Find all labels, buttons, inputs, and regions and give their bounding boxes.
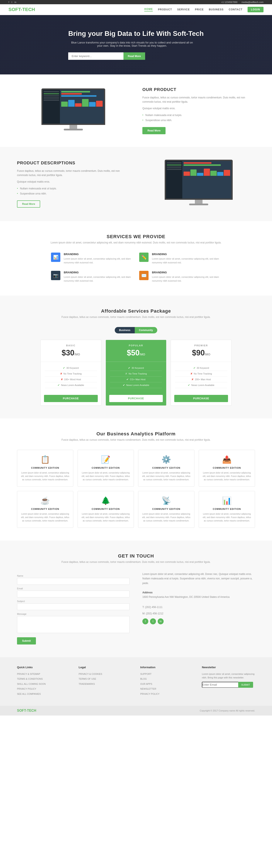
pricing-card-premier: PREMIER $90/MO ✔30 Keyword ✘No Time Trac… <box>171 340 232 406</box>
pricing-button-popular[interactable]: PURCHASE <box>109 395 163 402</box>
nav-business[interactable]: BUSINESS <box>209 8 223 11</box>
analytics-card-4: ☕ COMMUNITY EDITION Lorem ipsum dolor si… <box>17 491 73 528</box>
footer-legal-link-1[interactable]: TERMS OF USE <box>79 677 132 681</box>
footer-link-privacy-sitemap[interactable]: PRIVACY & SITEMAP <box>17 672 70 676</box>
price-value-popular: $50 <box>127 348 140 357</box>
newsletter-email-input[interactable] <box>202 682 238 688</box>
footer-info-link-0[interactable]: SUPPORT <box>140 672 193 676</box>
pricing-name-premier: PREMIER <box>175 344 227 347</box>
message-label: Message <box>17 613 130 615</box>
topbar-contact: +1 1234567890 media@softtech.com <box>221 1 264 3</box>
product-desc1: Fusce dapibus, tellus ac cursus commodo,… <box>142 95 255 104</box>
facebook-icon[interactable]: f <box>8 1 9 3</box>
linkedin-icon[interactable]: in <box>15 1 16 3</box>
analytics-icon-2: ⚙️ <box>142 455 191 464</box>
pricing-button-premier[interactable]: PURCHASE <box>174 395 228 402</box>
footer-legal: Legal PRIVACY & COOKIES TERMS OF USE TRA… <box>79 666 132 697</box>
analytics-icon-6: 📡 <box>142 496 191 505</box>
contact-phone2: M: (202) 456-1212 <box>142 611 255 616</box>
toggle-business[interactable]: Business <box>115 327 135 333</box>
footer-newsletter: Newsletter Lorem ipsum dolor sit amet, c… <box>202 666 255 697</box>
analytics-card-desc-4: Lorem ipsum dolor sit amet, consectetur … <box>21 513 70 523</box>
footer-quick-links-title: Quick Links <box>17 666 70 669</box>
services-section: SERVICES WE PROVIDE Lorem ipsum dolor si… <box>0 221 272 296</box>
analytics-card-2: ⚙️ COMMUNITY EDITION Lorem ipsum dolor s… <box>138 450 194 487</box>
product-title: OUR PRODUCT <box>142 87 255 92</box>
name-input[interactable] <box>17 578 130 585</box>
analytics-card-1: 📝 COMMUNITY EDITION Lorem ipsum dolor si… <box>78 450 134 487</box>
subject-input[interactable] <box>17 603 130 610</box>
message-textarea[interactable] <box>17 616 130 633</box>
service-desc-2: Lorem ipsum dolor sit amet, consectetur … <box>152 257 221 265</box>
nav-product[interactable]: PRODUCT <box>158 8 172 11</box>
name-label: Name <box>17 575 130 577</box>
service-text-2: BRANDING Lorem ipsum dolor sit amet, con… <box>152 253 221 265</box>
topbar-social[interactable]: f t in <box>8 1 18 3</box>
footer-copyright: Copyright © 2017 Company name All rights… <box>200 709 255 712</box>
pricing-features-popular: ✔30 Keyword ✘No Time Tracking ✔CG+ Man H… <box>106 362 166 392</box>
footer-legal-link-2[interactable]: TRADEMARKS <box>79 682 132 686</box>
pricing-features-premier: ✔30 Keyword ✘No Time Tracking ✘200+ Man … <box>171 362 232 392</box>
email-input[interactable] <box>17 591 130 597</box>
product-desc2: Quisque volutpat mattis eros. <box>142 106 255 111</box>
analytics-card-title-1: COMMUNITY EDITION <box>81 467 130 469</box>
feature-popular-1: ✘No Time Tracking <box>110 371 162 377</box>
footer-newsletter-desc: Lorem ipsum dolor sit amet, consectetur … <box>202 672 255 680</box>
analytics-card-7: 📊 COMMUNITY EDITION Lorem ipsum dolor si… <box>199 491 255 528</box>
footer-link-terms[interactable]: TERMS & CONDITIONS <box>17 677 70 681</box>
subject-label: Subject <box>17 600 130 602</box>
pricing-price-premier: $90/MO <box>175 348 227 357</box>
logo-text: SOFT <box>8 7 21 12</box>
pricing-grid: BASIC $30/MO ✔30 Keyword ✘No Time Tracki… <box>40 340 232 406</box>
service-text-3: BRANDING Lorem ipsum dolor sit amet, con… <box>64 271 133 283</box>
toggle-community[interactable]: Community <box>135 327 157 333</box>
social-icons: f t in <box>142 618 255 624</box>
nav-price[interactable]: PRICE <box>195 8 204 11</box>
email-text: media@softtech.com <box>242 1 264 3</box>
footer-info-link-2[interactable]: OUR APPS <box>140 682 193 686</box>
footer-legal-link-0[interactable]: PRIVACY & COOKIES <box>79 672 132 676</box>
submit-button[interactable]: Submit <box>17 637 36 645</box>
hero-search-bar: Read More <box>68 52 203 60</box>
footer-info-link-3[interactable]: NEWSLETTER <box>140 687 193 691</box>
footer-bottom: SOFT-TECH Copyright © 2017 Company name … <box>0 706 272 715</box>
product-image <box>17 88 130 133</box>
newsletter-submit-button[interactable]: SUBMIT <box>238 682 253 688</box>
social-linkedin-icon[interactable]: in <box>158 618 164 624</box>
footer-information: Information SUPPORT BLOG OUR APPS NEWSLE… <box>140 666 193 697</box>
nav-contact[interactable]: CONTACT <box>229 8 242 11</box>
price-period-popular: /MO <box>140 353 145 356</box>
product-desc-readmore-button[interactable]: Read More <box>17 200 40 208</box>
product-list-item: Nullam malesuada erat ut turpis. <box>142 113 255 118</box>
twitter-icon[interactable]: t <box>11 1 12 3</box>
pricing-button-basic[interactable]: PURCHASE <box>44 395 98 402</box>
product-readmore-button[interactable]: Read More <box>142 127 166 134</box>
hero-search-button[interactable]: Read More <box>124 52 145 60</box>
analytics-section: Our Business Analytics Platform Fusce da… <box>0 418 272 540</box>
pricing-toggle[interactable]: Business Community <box>17 327 255 333</box>
analytics-card-title-5: COMMUNITY EDITION <box>81 508 130 510</box>
social-twitter-icon[interactable]: t <box>150 618 156 624</box>
footer-link-companies[interactable]: SEE ALL COMPANIES <box>17 692 70 696</box>
pricing-footer-popular: PURCHASE <box>106 392 166 405</box>
hero-section: Bring your Big Data to Life With Soft-Te… <box>0 15 272 74</box>
pricing-name-popular: POPULAR <box>110 344 162 347</box>
services-subtitle: Lorem ipsum dolor sit amet, consectetur … <box>17 241 255 244</box>
footer-logo-text: SOFT <box>17 709 26 712</box>
pricing-title: Affordable Services Package <box>17 308 255 314</box>
footer-link-coming-soon[interactable]: SKILL ALL COMING SOON <box>17 682 70 686</box>
analytics-card-5: 🌲 COMMUNITY EDITION Lorem ipsum dolor si… <box>78 491 134 528</box>
footer-info-link-4[interactable]: PRIVACY POLICY <box>140 692 193 696</box>
nav-home[interactable]: HOME <box>144 8 153 11</box>
footer-info-link-1[interactable]: BLOG <box>140 677 193 681</box>
nav-service[interactable]: SERVICE <box>177 8 190 11</box>
analytics-icon-1: 📝 <box>81 455 130 464</box>
nav-login-button[interactable]: LOGIN <box>248 7 264 12</box>
hero-search-input[interactable] <box>68 52 124 60</box>
service-desc-4: Lorem ipsum dolor sit amet, consectetur … <box>152 275 221 283</box>
footer-link-privacy-policy[interactable]: PRIVACY POLICY <box>17 687 70 691</box>
footer-legal-title: Legal <box>79 666 132 669</box>
feature-premier-1: ✘No Time Tracking <box>175 371 227 377</box>
phone-text: +1 1234567890 <box>221 1 238 3</box>
social-facebook-icon[interactable]: f <box>142 618 148 624</box>
